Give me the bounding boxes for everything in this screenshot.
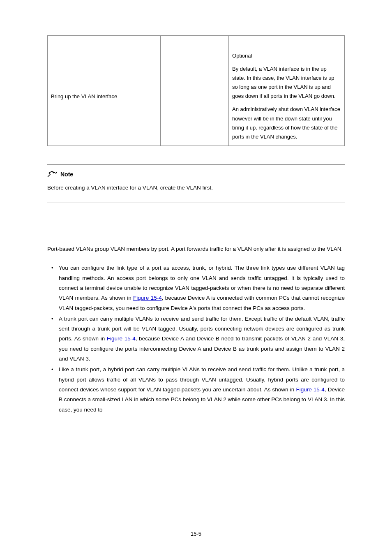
figure-link[interactable]: Figure 15-4 — [133, 295, 162, 301]
cell-command: Bring up the VLAN interface — [48, 47, 161, 146]
list-item: A trunk port can carry multiple VLANs to… — [47, 314, 345, 364]
th-2 — [160, 36, 228, 47]
table-row: Bring up the VLAN interface Optional By … — [48, 47, 345, 146]
note-header: Note — [47, 170, 345, 179]
cell-middle — [160, 47, 228, 146]
note-rule-top — [47, 164, 345, 164]
page-number: 15-5 — [0, 530, 392, 538]
cell-para-3: An administratively shut down VLAN inter… — [232, 105, 341, 141]
list-item: You can configure the link type of a por… — [47, 263, 345, 313]
vlan-table: Bring up the VLAN interface Optional By … — [47, 35, 345, 146]
cell-para-1: Optional — [232, 51, 341, 60]
note-text: Before creating a VLAN interface for a V… — [47, 184, 345, 192]
th-1 — [48, 36, 161, 47]
note-rule-bottom — [47, 203, 345, 203]
list-item: Like a trunk port, a hybrid port can car… — [47, 365, 345, 414]
note-label: Note — [60, 170, 73, 179]
note-icon — [47, 170, 58, 178]
cell-description: Optional By default, a VLAN interface is… — [229, 47, 345, 146]
th-3 — [229, 36, 345, 47]
intro-paragraph: Port-based VLANs group VLAN members by p… — [47, 244, 345, 254]
cell-para-2: By default, a VLAN interface is in the u… — [232, 65, 341, 101]
figure-link[interactable]: Figure 15-4 — [107, 335, 136, 342]
bullet-list: You can configure the link type of a por… — [47, 263, 345, 414]
figure-link[interactable]: Figure 15-4 — [296, 386, 324, 393]
